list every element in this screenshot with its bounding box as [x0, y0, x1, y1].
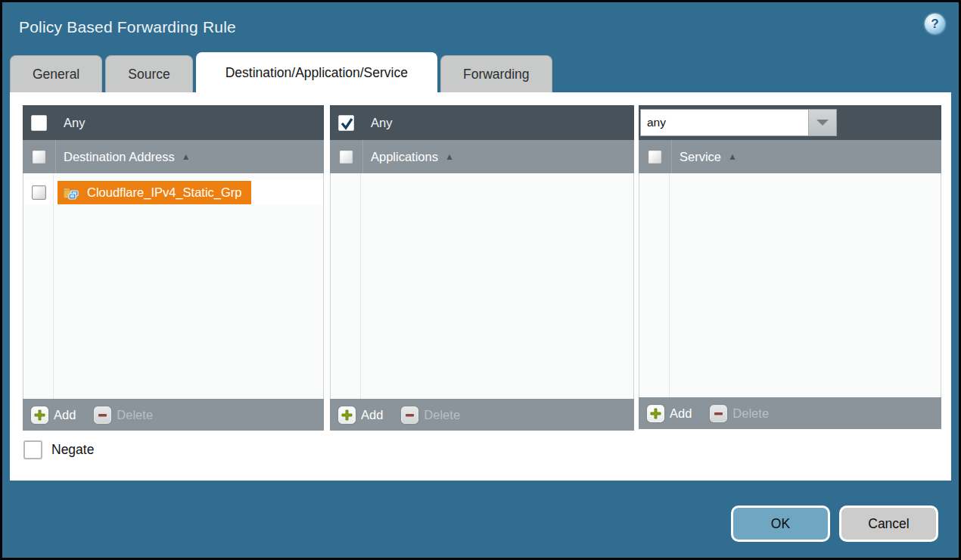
question-mark-glyph: ?: [931, 17, 938, 30]
cancel-button[interactable]: Cancel: [839, 506, 938, 542]
negate-option: Negate: [23, 440, 94, 459]
table-row: Cloudflare_IPv4_Static_Grp: [23, 179, 323, 205]
service-mode-dropdown[interactable]: any: [640, 109, 837, 136]
ok-button[interactable]: OK: [731, 506, 830, 542]
destination-column-header[interactable]: Destination Address: [64, 150, 175, 164]
applications-select-all-checkbox[interactable]: [339, 150, 353, 164]
applications-any-bar: Any: [330, 105, 634, 140]
dropdown-button[interactable]: [808, 110, 836, 135]
row-checkbox[interactable]: [32, 185, 46, 200]
destination-any-checkbox[interactable]: [31, 115, 47, 131]
destination-any-label: Any: [64, 116, 85, 130]
service-header-row: Service ▲: [639, 140, 941, 173]
header-separator: [362, 140, 363, 173]
destination-list: Cloudflare_IPv4_Static_Grp: [23, 173, 324, 399]
checkbox-column-divider: [360, 173, 361, 399]
destination-address-panel: Any Destination Address ▲: [23, 105, 324, 431]
destination-toolbar: Add Delete: [23, 399, 324, 431]
delete-icon[interactable]: [710, 405, 727, 422]
sort-ascending-icon[interactable]: ▲: [728, 151, 737, 162]
tab-destination-application-service[interactable]: Destination/Application/Service: [196, 52, 437, 92]
add-icon[interactable]: [338, 406, 356, 424]
dialog-title: Policy Based Forwarding Rule: [19, 18, 236, 36]
address-group-icon: [63, 185, 80, 200]
applications-list: [330, 173, 634, 399]
destination-address-item-selected[interactable]: Cloudflare_IPv4_Static_Grp: [58, 181, 251, 204]
delete-button[interactable]: Delete: [117, 408, 153, 422]
tab-source[interactable]: Source: [105, 55, 192, 92]
tab-general[interactable]: General: [10, 55, 102, 92]
tab-bar: General Source Destination/Application/S…: [10, 52, 555, 92]
chevron-down-icon: [816, 120, 829, 126]
policy-based-forwarding-dialog: Policy Based Forwarding Rule ? General S…: [0, 0, 961, 560]
applications-any-checkbox[interactable]: [338, 115, 354, 131]
service-select-all-checkbox[interactable]: [648, 150, 662, 164]
delete-icon[interactable]: [94, 406, 111, 424]
destination-address-item-label: Cloudflare_IPv4_Static_Grp: [87, 185, 242, 200]
checkmark-icon: [340, 117, 354, 131]
negate-label: Negate: [51, 442, 94, 458]
service-dropdown-bar: any: [639, 105, 941, 140]
service-column-header[interactable]: Service: [680, 150, 721, 164]
add-button[interactable]: Add: [670, 406, 692, 421]
service-panel: any Service ▲ Add: [639, 105, 941, 429]
sort-ascending-icon[interactable]: ▲: [182, 151, 191, 162]
applications-any-label: Any: [371, 116, 392, 130]
add-icon[interactable]: [31, 406, 48, 424]
negate-checkbox[interactable]: [23, 440, 42, 459]
title-bar: Policy Based Forwarding Rule: [2, 2, 959, 52]
checkbox-column-divider: [53, 173, 54, 399]
destination-select-all-checkbox[interactable]: [32, 150, 46, 164]
service-toolbar: Add Delete: [639, 397, 941, 429]
delete-button[interactable]: Delete: [732, 406, 769, 421]
applications-panel: Any Applications ▲ Add Delete: [330, 105, 634, 431]
add-button[interactable]: Add: [54, 408, 76, 422]
add-icon[interactable]: [647, 405, 664, 422]
applications-column-header[interactable]: Applications: [371, 150, 438, 164]
tab-content: Any Destination Address ▲: [10, 92, 951, 481]
delete-icon[interactable]: [401, 406, 418, 424]
service-list: [639, 173, 941, 397]
header-separator: [671, 140, 672, 173]
sort-ascending-icon[interactable]: ▲: [445, 151, 454, 162]
add-button[interactable]: Add: [361, 408, 383, 422]
applications-header-row: Applications ▲: [330, 140, 634, 173]
tab-forwarding[interactable]: Forwarding: [440, 55, 552, 92]
destination-header-row: Destination Address ▲: [23, 140, 324, 173]
help-icon[interactable]: ?: [925, 14, 945, 34]
checkbox-column-divider: [669, 173, 670, 397]
applications-toolbar: Add Delete: [330, 399, 634, 431]
header-separator: [55, 140, 56, 173]
service-dropdown-value: any: [641, 110, 808, 135]
delete-button[interactable]: Delete: [424, 408, 460, 422]
destination-any-bar: Any: [23, 105, 324, 140]
